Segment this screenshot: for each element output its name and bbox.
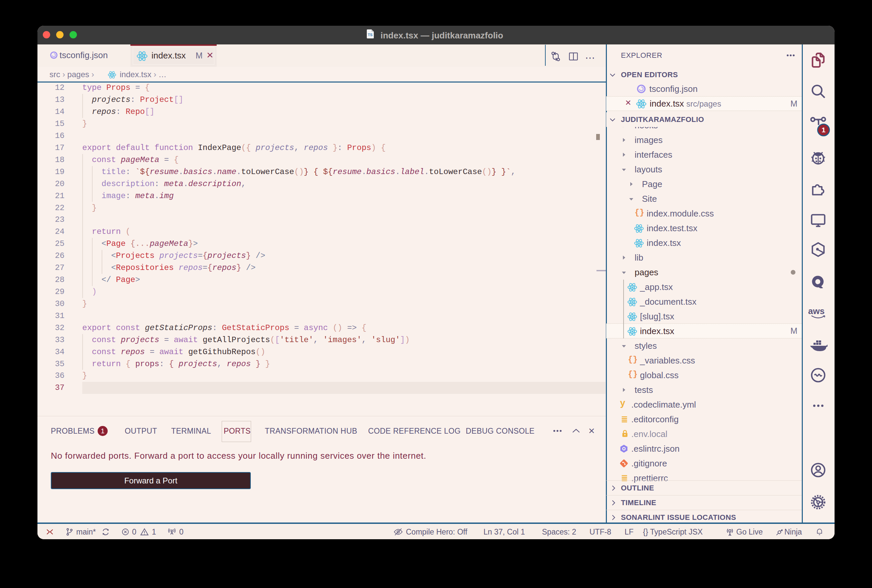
svg-text:TS: TS bbox=[368, 33, 373, 37]
